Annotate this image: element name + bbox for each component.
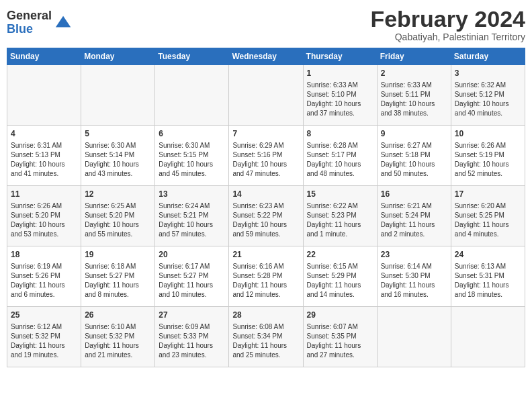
day-info: and 52 minutes. [455,169,521,179]
day-number: 20 [159,249,225,261]
day-info: Sunset: 5:32 PM [85,332,151,341]
day-info: and 4 minutes. [455,230,521,239]
day-number: 8 [307,128,373,140]
day-number: 13 [159,189,225,200]
day-info: and 14 minutes. [307,290,373,300]
day-info: Sunrise: 6:19 AM [11,262,77,271]
day-info: and 45 minutes. [159,169,225,179]
calendar-cell: 28Sunrise: 6:08 AMSunset: 5:34 PMDayligh… [229,307,303,367]
day-info: Daylight: 11 hours [307,220,373,230]
day-number: 28 [232,310,299,321]
calendar-week-row: 25Sunrise: 6:12 AMSunset: 5:32 PMDayligh… [7,307,525,367]
day-info: Daylight: 10 hours [11,160,77,169]
day-info: Sunrise: 6:29 AM [232,141,299,150]
day-info: and 25 minutes. [232,351,299,360]
day-info: Sunrise: 6:28 AM [307,141,373,150]
month-title: February 2024 [370,7,525,32]
day-info: Sunset: 5:25 PM [455,211,521,220]
day-info: Sunset: 5:18 PM [381,150,447,160]
calendar-cell [155,65,229,126]
day-info: Daylight: 11 hours [307,281,373,290]
calendar-cell: 14Sunrise: 6:23 AMSunset: 5:22 PMDayligh… [229,186,303,246]
calendar-week-row: 11Sunrise: 6:26 AMSunset: 5:20 PMDayligh… [7,186,525,246]
day-number: 2 [381,68,447,79]
calendar-cell: 5Sunrise: 6:30 AMSunset: 5:14 PMDaylight… [81,126,155,186]
day-info: Sunrise: 6:24 AM [159,201,225,211]
day-info: Daylight: 11 hours [159,281,225,290]
day-info: Daylight: 10 hours [381,99,447,109]
day-info: Daylight: 11 hours [232,341,299,351]
day-info: and 27 minutes. [307,351,373,360]
day-info: Daylight: 11 hours [11,281,77,290]
calendar-cell [7,65,81,126]
day-info: Daylight: 10 hours [159,160,225,169]
day-info: Sunset: 5:19 PM [455,150,521,160]
day-info: Sunset: 5:24 PM [381,211,447,220]
day-info: Sunset: 5:22 PM [232,211,299,220]
day-info: Daylight: 11 hours [381,281,447,290]
calendar-cell: 23Sunrise: 6:14 AMSunset: 5:30 PMDayligh… [377,246,451,307]
day-info: and 6 minutes. [11,290,77,300]
calendar-table: SundayMondayTuesdayWednesdayThursdayFrid… [7,48,525,367]
day-info: Sunset: 5:32 PM [11,332,77,341]
day-info: and 53 minutes. [11,230,77,239]
calendar-cell: 27Sunrise: 6:09 AMSunset: 5:33 PMDayligh… [155,307,229,367]
day-info: Sunrise: 6:17 AM [159,262,225,271]
logo-general: General [7,9,52,23]
day-info: and 10 minutes. [159,290,225,300]
day-info: Sunset: 5:20 PM [85,211,151,220]
day-info: Daylight: 10 hours [232,160,299,169]
day-number: 9 [381,128,447,140]
calendar-cell: 6Sunrise: 6:30 AMSunset: 5:15 PMDaylight… [155,126,229,186]
day-info: and 38 minutes. [381,109,447,118]
day-info: Sunrise: 6:13 AM [455,262,521,271]
calendar-cell: 19Sunrise: 6:18 AMSunset: 5:27 PMDayligh… [81,246,155,307]
day-number: 21 [232,249,299,261]
calendar-cell: 10Sunrise: 6:26 AMSunset: 5:19 PMDayligh… [451,126,525,186]
day-info: and 1 minute. [307,230,373,239]
logo-text: General Blue [7,9,52,36]
calendar-cell [81,65,155,126]
header-day: Monday [81,48,155,65]
day-info: and 12 minutes. [232,290,299,300]
day-number: 27 [159,310,225,321]
day-info: and 41 minutes. [11,169,77,179]
day-info: Daylight: 11 hours [11,341,77,351]
day-number: 23 [381,249,447,261]
day-info: and 40 minutes. [455,109,521,118]
day-info: and 59 minutes. [232,230,299,239]
day-info: Sunrise: 6:15 AM [307,262,373,271]
day-number: 24 [455,249,521,261]
day-info: Sunset: 5:21 PM [159,211,225,220]
day-info: Daylight: 10 hours [381,160,447,169]
day-number: 29 [307,310,373,321]
calendar-cell: 25Sunrise: 6:12 AMSunset: 5:32 PMDayligh… [7,307,81,367]
day-info: Sunrise: 6:07 AM [307,322,373,332]
calendar-week-row: 4Sunrise: 6:31 AMSunset: 5:13 PMDaylight… [7,126,525,186]
day-info: and 55 minutes. [85,230,151,239]
day-info: Sunrise: 6:26 AM [11,201,77,211]
day-info: and 37 minutes. [307,109,373,118]
location-subtitle: Qabatiyah, Palestinian Territory [370,32,525,42]
calendar-cell: 22Sunrise: 6:15 AMSunset: 5:29 PMDayligh… [303,246,377,307]
day-info: Sunrise: 6:23 AM [232,201,299,211]
title-section: February 2024 Qabatiyah, Palestinian Ter… [370,7,525,42]
day-info: Sunrise: 6:33 AM [307,81,373,90]
header-day: Thursday [303,48,377,65]
calendar-cell: 8Sunrise: 6:28 AMSunset: 5:17 PMDaylight… [303,126,377,186]
header-day: Sunday [7,48,81,65]
day-number: 11 [11,189,77,200]
day-number: 12 [85,189,151,200]
day-info: Sunrise: 6:30 AM [85,141,151,150]
calendar-cell: 13Sunrise: 6:24 AMSunset: 5:21 PMDayligh… [155,186,229,246]
day-info: Daylight: 11 hours [232,281,299,290]
day-info: Sunrise: 6:32 AM [455,81,521,90]
day-number: 16 [381,189,447,200]
calendar-cell: 9Sunrise: 6:27 AMSunset: 5:18 PMDaylight… [377,126,451,186]
header-day: Wednesday [229,48,303,65]
day-info: Daylight: 10 hours [307,99,373,109]
day-info: and 8 minutes. [85,290,151,300]
day-info: Sunrise: 6:30 AM [159,141,225,150]
day-number: 18 [11,249,77,261]
day-info: Sunset: 5:33 PM [159,332,225,341]
